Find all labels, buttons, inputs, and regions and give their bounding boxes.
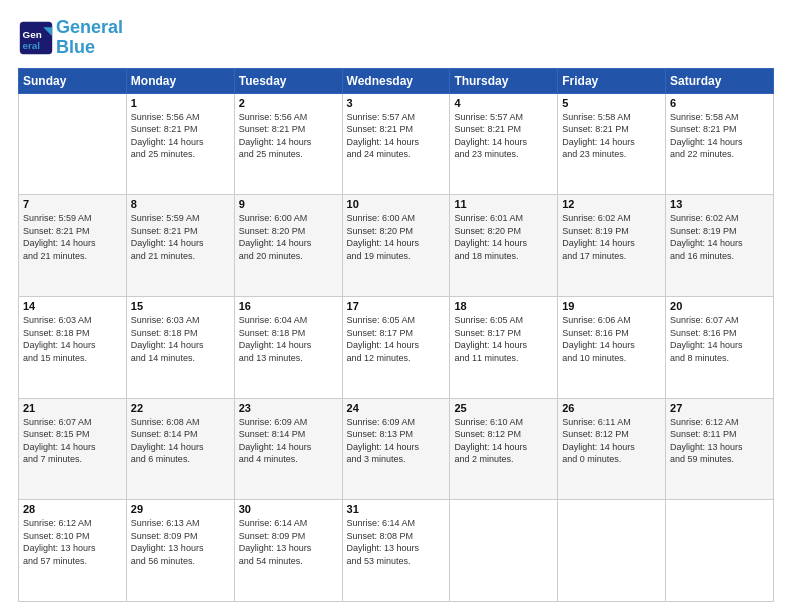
calendar-cell: 2Sunrise: 5:56 AM Sunset: 8:21 PM Daylig… bbox=[234, 93, 342, 195]
weekday-header-saturday: Saturday bbox=[666, 68, 774, 93]
calendar-cell: 7Sunrise: 5:59 AM Sunset: 8:21 PM Daylig… bbox=[19, 195, 127, 297]
day-info: Sunrise: 5:58 AM Sunset: 8:21 PM Dayligh… bbox=[562, 111, 661, 161]
day-number: 29 bbox=[131, 503, 230, 515]
calendar-cell: 13Sunrise: 6:02 AM Sunset: 8:19 PM Dayli… bbox=[666, 195, 774, 297]
day-number: 21 bbox=[23, 402, 122, 414]
calendar-cell: 19Sunrise: 6:06 AM Sunset: 8:16 PM Dayli… bbox=[558, 296, 666, 398]
calendar-cell: 5Sunrise: 5:58 AM Sunset: 8:21 PM Daylig… bbox=[558, 93, 666, 195]
calendar-table: SundayMondayTuesdayWednesdayThursdayFrid… bbox=[18, 68, 774, 602]
day-number: 4 bbox=[454, 97, 553, 109]
calendar-cell bbox=[450, 500, 558, 602]
calendar-cell: 1Sunrise: 5:56 AM Sunset: 8:21 PM Daylig… bbox=[126, 93, 234, 195]
calendar-week-row: 14Sunrise: 6:03 AM Sunset: 8:18 PM Dayli… bbox=[19, 296, 774, 398]
calendar-week-row: 7Sunrise: 5:59 AM Sunset: 8:21 PM Daylig… bbox=[19, 195, 774, 297]
day-info: Sunrise: 6:13 AM Sunset: 8:09 PM Dayligh… bbox=[131, 517, 230, 567]
calendar-cell: 31Sunrise: 6:14 AM Sunset: 8:08 PM Dayli… bbox=[342, 500, 450, 602]
day-number: 3 bbox=[347, 97, 446, 109]
day-info: Sunrise: 6:04 AM Sunset: 8:18 PM Dayligh… bbox=[239, 314, 338, 364]
calendar-cell: 25Sunrise: 6:10 AM Sunset: 8:12 PM Dayli… bbox=[450, 398, 558, 500]
day-info: Sunrise: 6:05 AM Sunset: 8:17 PM Dayligh… bbox=[454, 314, 553, 364]
calendar-cell: 30Sunrise: 6:14 AM Sunset: 8:09 PM Dayli… bbox=[234, 500, 342, 602]
day-info: Sunrise: 5:57 AM Sunset: 8:21 PM Dayligh… bbox=[347, 111, 446, 161]
calendar-cell: 12Sunrise: 6:02 AM Sunset: 8:19 PM Dayli… bbox=[558, 195, 666, 297]
calendar-cell: 21Sunrise: 6:07 AM Sunset: 8:15 PM Dayli… bbox=[19, 398, 127, 500]
day-info: Sunrise: 6:11 AM Sunset: 8:12 PM Dayligh… bbox=[562, 416, 661, 466]
calendar-cell: 11Sunrise: 6:01 AM Sunset: 8:20 PM Dayli… bbox=[450, 195, 558, 297]
weekday-header-friday: Friday bbox=[558, 68, 666, 93]
day-number: 11 bbox=[454, 198, 553, 210]
calendar-cell: 4Sunrise: 5:57 AM Sunset: 8:21 PM Daylig… bbox=[450, 93, 558, 195]
day-info: Sunrise: 6:10 AM Sunset: 8:12 PM Dayligh… bbox=[454, 416, 553, 466]
day-number: 12 bbox=[562, 198, 661, 210]
day-number: 5 bbox=[562, 97, 661, 109]
calendar-cell: 3Sunrise: 5:57 AM Sunset: 8:21 PM Daylig… bbox=[342, 93, 450, 195]
calendar-cell: 6Sunrise: 5:58 AM Sunset: 8:21 PM Daylig… bbox=[666, 93, 774, 195]
day-number: 17 bbox=[347, 300, 446, 312]
calendar-cell: 8Sunrise: 5:59 AM Sunset: 8:21 PM Daylig… bbox=[126, 195, 234, 297]
calendar-cell: 28Sunrise: 6:12 AM Sunset: 8:10 PM Dayli… bbox=[19, 500, 127, 602]
weekday-header-tuesday: Tuesday bbox=[234, 68, 342, 93]
day-info: Sunrise: 5:56 AM Sunset: 8:21 PM Dayligh… bbox=[239, 111, 338, 161]
day-info: Sunrise: 6:06 AM Sunset: 8:16 PM Dayligh… bbox=[562, 314, 661, 364]
calendar-cell: 29Sunrise: 6:13 AM Sunset: 8:09 PM Dayli… bbox=[126, 500, 234, 602]
logo-general: General bbox=[56, 17, 123, 37]
day-info: Sunrise: 6:12 AM Sunset: 8:10 PM Dayligh… bbox=[23, 517, 122, 567]
day-info: Sunrise: 5:57 AM Sunset: 8:21 PM Dayligh… bbox=[454, 111, 553, 161]
calendar-cell: 10Sunrise: 6:00 AM Sunset: 8:20 PM Dayli… bbox=[342, 195, 450, 297]
calendar-cell: 20Sunrise: 6:07 AM Sunset: 8:16 PM Dayli… bbox=[666, 296, 774, 398]
day-number: 1 bbox=[131, 97, 230, 109]
page: Gen eral General Blue SundayMondayTuesda… bbox=[0, 0, 792, 612]
day-number: 16 bbox=[239, 300, 338, 312]
day-info: Sunrise: 6:01 AM Sunset: 8:20 PM Dayligh… bbox=[454, 212, 553, 262]
day-info: Sunrise: 6:02 AM Sunset: 8:19 PM Dayligh… bbox=[670, 212, 769, 262]
calendar-cell bbox=[19, 93, 127, 195]
calendar-cell: 22Sunrise: 6:08 AM Sunset: 8:14 PM Dayli… bbox=[126, 398, 234, 500]
header: Gen eral General Blue bbox=[18, 18, 774, 58]
calendar-cell: 27Sunrise: 6:12 AM Sunset: 8:11 PM Dayli… bbox=[666, 398, 774, 500]
calendar-cell: 18Sunrise: 6:05 AM Sunset: 8:17 PM Dayli… bbox=[450, 296, 558, 398]
svg-text:eral: eral bbox=[23, 40, 41, 51]
weekday-header-thursday: Thursday bbox=[450, 68, 558, 93]
day-info: Sunrise: 5:58 AM Sunset: 8:21 PM Dayligh… bbox=[670, 111, 769, 161]
day-info: Sunrise: 6:14 AM Sunset: 8:09 PM Dayligh… bbox=[239, 517, 338, 567]
day-number: 31 bbox=[347, 503, 446, 515]
day-info: Sunrise: 5:59 AM Sunset: 8:21 PM Dayligh… bbox=[131, 212, 230, 262]
day-number: 18 bbox=[454, 300, 553, 312]
weekday-header-monday: Monday bbox=[126, 68, 234, 93]
day-number: 30 bbox=[239, 503, 338, 515]
day-info: Sunrise: 6:03 AM Sunset: 8:18 PM Dayligh… bbox=[131, 314, 230, 364]
calendar-cell: 14Sunrise: 6:03 AM Sunset: 8:18 PM Dayli… bbox=[19, 296, 127, 398]
day-info: Sunrise: 6:08 AM Sunset: 8:14 PM Dayligh… bbox=[131, 416, 230, 466]
calendar-cell: 16Sunrise: 6:04 AM Sunset: 8:18 PM Dayli… bbox=[234, 296, 342, 398]
logo-blue: Blue bbox=[56, 37, 95, 57]
day-info: Sunrise: 6:02 AM Sunset: 8:19 PM Dayligh… bbox=[562, 212, 661, 262]
day-number: 22 bbox=[131, 402, 230, 414]
day-number: 19 bbox=[562, 300, 661, 312]
day-info: Sunrise: 6:00 AM Sunset: 8:20 PM Dayligh… bbox=[347, 212, 446, 262]
day-info: Sunrise: 6:09 AM Sunset: 8:14 PM Dayligh… bbox=[239, 416, 338, 466]
weekday-header-sunday: Sunday bbox=[19, 68, 127, 93]
day-info: Sunrise: 6:03 AM Sunset: 8:18 PM Dayligh… bbox=[23, 314, 122, 364]
day-number: 7 bbox=[23, 198, 122, 210]
day-info: Sunrise: 5:59 AM Sunset: 8:21 PM Dayligh… bbox=[23, 212, 122, 262]
day-info: Sunrise: 5:56 AM Sunset: 8:21 PM Dayligh… bbox=[131, 111, 230, 161]
day-number: 13 bbox=[670, 198, 769, 210]
day-number: 14 bbox=[23, 300, 122, 312]
calendar-cell: 9Sunrise: 6:00 AM Sunset: 8:20 PM Daylig… bbox=[234, 195, 342, 297]
calendar-cell: 24Sunrise: 6:09 AM Sunset: 8:13 PM Dayli… bbox=[342, 398, 450, 500]
calendar-cell: 26Sunrise: 6:11 AM Sunset: 8:12 PM Dayli… bbox=[558, 398, 666, 500]
day-number: 15 bbox=[131, 300, 230, 312]
day-number: 27 bbox=[670, 402, 769, 414]
day-info: Sunrise: 6:12 AM Sunset: 8:11 PM Dayligh… bbox=[670, 416, 769, 466]
day-info: Sunrise: 6:07 AM Sunset: 8:16 PM Dayligh… bbox=[670, 314, 769, 364]
day-info: Sunrise: 6:00 AM Sunset: 8:20 PM Dayligh… bbox=[239, 212, 338, 262]
day-info: Sunrise: 6:05 AM Sunset: 8:17 PM Dayligh… bbox=[347, 314, 446, 364]
day-info: Sunrise: 6:14 AM Sunset: 8:08 PM Dayligh… bbox=[347, 517, 446, 567]
day-number: 23 bbox=[239, 402, 338, 414]
svg-text:Gen: Gen bbox=[23, 29, 42, 40]
day-number: 28 bbox=[23, 503, 122, 515]
calendar-week-row: 1Sunrise: 5:56 AM Sunset: 8:21 PM Daylig… bbox=[19, 93, 774, 195]
day-number: 26 bbox=[562, 402, 661, 414]
calendar-cell: 23Sunrise: 6:09 AM Sunset: 8:14 PM Dayli… bbox=[234, 398, 342, 500]
day-number: 20 bbox=[670, 300, 769, 312]
